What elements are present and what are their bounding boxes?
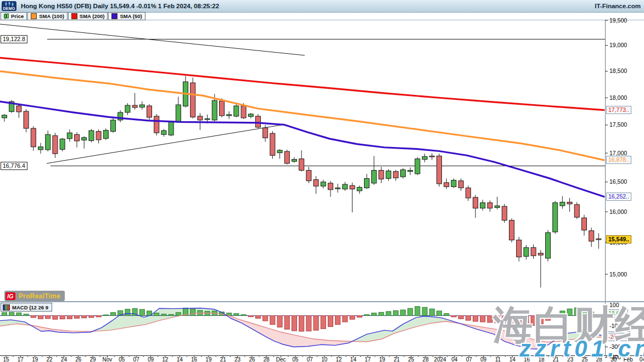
svg-text:23: 23 (234, 357, 241, 362)
legend-chip-sma200[interactable]: SMA (200) (68, 12, 108, 20)
svg-text:19,000: 19,000 (609, 42, 627, 48)
demo-badge: DEMO (2, 1, 16, 11)
price-chart-canvas[interactable]: 19,50019,00018,50018,00017,50017,00016,5… (0, 0, 644, 362)
svg-text:17: 17 (18, 357, 24, 362)
svg-text:15: 15 (3, 357, 9, 362)
sma50-swatch-icon (111, 13, 117, 19)
svg-text:09: 09 (480, 357, 487, 362)
svg-text:Dec: Dec (276, 357, 286, 362)
legend-sma200-label: SMA (200) (80, 13, 105, 19)
svg-text:-300: -300 (609, 343, 621, 350)
macd-tab-label: MACD (12 26 9 (12, 304, 48, 310)
title-bar: DEMO Hong Kong HS50 (DFB) Daily 15,549.4… (0, 0, 644, 13)
svg-text:10: 10 (321, 357, 328, 362)
svg-text:16,000: 16,000 (609, 208, 627, 215)
svg-text:17,500: 17,500 (609, 121, 627, 128)
svg-text:26: 26 (249, 357, 255, 362)
svg-text:2024: 2024 (434, 357, 446, 362)
svg-text:28: 28 (264, 357, 270, 362)
svg-text:18,000: 18,000 (609, 94, 627, 101)
legend-sma50-label: SMA (50) (120, 13, 142, 19)
price-candle-icon (4, 13, 9, 19)
svg-text:30: 30 (611, 357, 617, 362)
svg-text:28: 28 (423, 357, 429, 362)
price-panel (0, 24, 605, 287)
demo-label: DEMO (3, 7, 15, 11)
svg-text:100: 100 (609, 302, 619, 308)
macd-indicator-tab[interactable]: MACD (12 26 9 (1, 303, 52, 312)
level-label: 16,776.4 (1, 162, 27, 170)
svg-text:16: 16 (524, 357, 530, 362)
svg-text:21: 21 (394, 357, 400, 362)
svg-text:26: 26 (75, 357, 82, 362)
svg-text:25: 25 (581, 357, 588, 362)
legend-chip-price[interactable]: Price (1, 12, 27, 20)
svg-text:16: 16 (191, 357, 198, 362)
svg-text:23: 23 (567, 357, 574, 362)
svg-text:17: 17 (365, 357, 371, 362)
svg-text:25: 25 (408, 357, 415, 362)
legend-price-label: Price (11, 13, 24, 19)
macd-axis-marker: -206.59 (606, 333, 630, 341)
svg-text:19: 19 (32, 357, 38, 362)
svg-text:07: 07 (466, 357, 473, 362)
macd-axis-marker: 18.699 (606, 309, 628, 318)
legend-row: Price SMA (100) SMA (200) SMA (50) (0, 12, 644, 20)
last-price-marker: 15,549.. (606, 235, 631, 244)
svg-text:22: 22 (46, 357, 53, 362)
svg-text:12: 12 (162, 357, 169, 362)
svg-text:-100: -100 (609, 323, 621, 329)
svg-text:09: 09 (148, 357, 154, 362)
svg-text:28: 28 (596, 357, 603, 362)
legend-sma100-label: SMA (100) (39, 13, 64, 19)
svg-text:07: 07 (133, 357, 140, 362)
svg-text:19: 19 (379, 357, 386, 362)
svg-text:18,500: 18,500 (609, 67, 627, 74)
level-label: 19,122.8 (1, 35, 27, 43)
chart-title: Hong Kong HS50 (DFB) Daily 15,549.4 -0.0… (21, 3, 219, 9)
svg-text:12: 12 (335, 357, 342, 362)
sma100-swatch-icon (31, 13, 37, 19)
svg-text:21: 21 (553, 357, 559, 362)
svg-text:18: 18 (538, 357, 545, 362)
svg-text:05: 05 (119, 357, 125, 362)
svg-text:04: 04 (640, 357, 644, 362)
svg-text:16,500: 16,500 (609, 178, 627, 185)
svg-text:07: 07 (307, 357, 313, 362)
svg-text:Feb: Feb (623, 357, 633, 362)
svg-text:14: 14 (509, 357, 516, 362)
sma-axis-marker: 17,773.. (606, 106, 631, 114)
legend-chip-sma50[interactable]: SMA (50) (108, 12, 145, 20)
svg-text:14: 14 (177, 357, 183, 362)
svg-text:04: 04 (451, 357, 458, 362)
sma200-swatch-icon (71, 13, 77, 19)
svg-text:Nov: Nov (103, 357, 113, 362)
prorealtime-logo: IG ProRealTime (4, 291, 65, 301)
legend-chip-sma100[interactable]: SMA (100) (27, 12, 68, 20)
svg-text:21: 21 (220, 357, 227, 362)
svg-text:17,000: 17,000 (609, 150, 627, 156)
svg-text:24: 24 (61, 357, 68, 362)
svg-text:11: 11 (495, 357, 501, 362)
macd-panel (0, 307, 605, 349)
svg-text:29: 29 (90, 357, 97, 362)
svg-text:19: 19 (205, 357, 212, 362)
trading-app-window: 19,50019,00018,50018,00017,50017,00016,5… (0, 0, 644, 362)
site-label[interactable]: IT-Finance.com (595, 3, 641, 9)
sma-axis-marker: 16,252.. (606, 193, 631, 201)
prorealtime-label: ProRealTime (19, 292, 60, 300)
svg-text:15,000: 15,000 (609, 271, 627, 278)
mini-candles-icon (5, 2, 14, 7)
svg-text:05: 05 (292, 357, 299, 362)
sma-axis-marker: 16,878.. (606, 156, 631, 164)
ig-logo: IG (5, 292, 15, 300)
macd-icon (3, 304, 10, 310)
svg-text:14: 14 (350, 357, 357, 362)
